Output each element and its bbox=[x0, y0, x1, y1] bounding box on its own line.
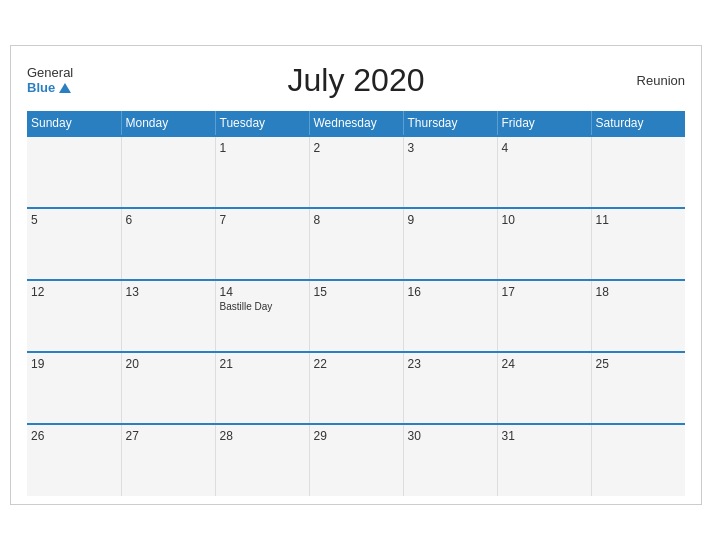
day-number-24: 24 bbox=[502, 357, 587, 371]
logo-general-text: General bbox=[27, 66, 73, 80]
day-cell-w1-d5: 10 bbox=[497, 208, 591, 280]
day-cell-w3-d2: 21 bbox=[215, 352, 309, 424]
day-cell-w2-d5: 17 bbox=[497, 280, 591, 352]
week-row-2: 121314Bastille Day15161718 bbox=[27, 280, 685, 352]
day-number-9: 9 bbox=[408, 213, 493, 227]
day-number-19: 19 bbox=[31, 357, 117, 371]
week-row-1: 567891011 bbox=[27, 208, 685, 280]
day-cell-w1-d6: 11 bbox=[591, 208, 685, 280]
day-number-2: 2 bbox=[314, 141, 399, 155]
day-cell-w4-d4: 30 bbox=[403, 424, 497, 496]
day-cell-w3-d4: 23 bbox=[403, 352, 497, 424]
day-number-27: 27 bbox=[126, 429, 211, 443]
day-cell-w0-d4: 3 bbox=[403, 136, 497, 208]
day-cell-w1-d4: 9 bbox=[403, 208, 497, 280]
day-cell-w0-d1 bbox=[121, 136, 215, 208]
day-number-6: 6 bbox=[126, 213, 211, 227]
day-cell-w3-d0: 19 bbox=[27, 352, 121, 424]
weekday-sunday: Sunday bbox=[27, 111, 121, 136]
day-cell-w4-d3: 29 bbox=[309, 424, 403, 496]
day-cell-w3-d3: 22 bbox=[309, 352, 403, 424]
day-number-5: 5 bbox=[31, 213, 117, 227]
day-number-28: 28 bbox=[220, 429, 305, 443]
day-cell-w1-d3: 8 bbox=[309, 208, 403, 280]
day-cell-w0-d2: 1 bbox=[215, 136, 309, 208]
day-number-7: 7 bbox=[220, 213, 305, 227]
day-number-26: 26 bbox=[31, 429, 117, 443]
day-number-13: 13 bbox=[126, 285, 211, 299]
day-number-12: 12 bbox=[31, 285, 117, 299]
day-number-1: 1 bbox=[220, 141, 305, 155]
day-cell-w3-d6: 25 bbox=[591, 352, 685, 424]
day-cell-w1-d1: 6 bbox=[121, 208, 215, 280]
day-cell-w2-d6: 18 bbox=[591, 280, 685, 352]
day-number-15: 15 bbox=[314, 285, 399, 299]
day-number-17: 17 bbox=[502, 285, 587, 299]
day-number-30: 30 bbox=[408, 429, 493, 443]
weekday-saturday: Saturday bbox=[591, 111, 685, 136]
calendar-table: Sunday Monday Tuesday Wednesday Thursday… bbox=[27, 111, 685, 496]
day-cell-w1-d0: 5 bbox=[27, 208, 121, 280]
day-number-18: 18 bbox=[596, 285, 682, 299]
weekday-wednesday: Wednesday bbox=[309, 111, 403, 136]
weekday-header-row: Sunday Monday Tuesday Wednesday Thursday… bbox=[27, 111, 685, 136]
region-label: Reunion bbox=[637, 73, 685, 88]
day-cell-w0-d6 bbox=[591, 136, 685, 208]
calendar: General Blue July 2020 Reunion Sunday Mo… bbox=[10, 45, 702, 505]
logo-triangle-icon bbox=[59, 83, 71, 93]
day-number-3: 3 bbox=[408, 141, 493, 155]
day-number-11: 11 bbox=[596, 213, 682, 227]
day-cell-w3-d1: 20 bbox=[121, 352, 215, 424]
day-number-8: 8 bbox=[314, 213, 399, 227]
week-row-3: 19202122232425 bbox=[27, 352, 685, 424]
logo-blue-text: Blue bbox=[27, 81, 71, 95]
day-cell-w2-d1: 13 bbox=[121, 280, 215, 352]
day-number-22: 22 bbox=[314, 357, 399, 371]
day-number-16: 16 bbox=[408, 285, 493, 299]
day-cell-w4-d5: 31 bbox=[497, 424, 591, 496]
weekday-monday: Monday bbox=[121, 111, 215, 136]
weekday-friday: Friday bbox=[497, 111, 591, 136]
calendar-header: General Blue July 2020 Reunion bbox=[27, 62, 685, 99]
day-number-29: 29 bbox=[314, 429, 399, 443]
event-label-14: Bastille Day bbox=[220, 301, 305, 312]
calendar-title: July 2020 bbox=[288, 62, 425, 99]
day-cell-w1-d2: 7 bbox=[215, 208, 309, 280]
day-number-21: 21 bbox=[220, 357, 305, 371]
day-number-14: 14 bbox=[220, 285, 305, 299]
day-cell-w2-d3: 15 bbox=[309, 280, 403, 352]
day-cell-w4-d0: 26 bbox=[27, 424, 121, 496]
day-cell-w0-d5: 4 bbox=[497, 136, 591, 208]
day-cell-w2-d2: 14Bastille Day bbox=[215, 280, 309, 352]
day-cell-w3-d5: 24 bbox=[497, 352, 591, 424]
day-number-31: 31 bbox=[502, 429, 587, 443]
day-cell-w4-d6 bbox=[591, 424, 685, 496]
day-number-10: 10 bbox=[502, 213, 587, 227]
day-cell-w0-d3: 2 bbox=[309, 136, 403, 208]
day-number-25: 25 bbox=[596, 357, 682, 371]
day-cell-w4-d1: 27 bbox=[121, 424, 215, 496]
day-number-23: 23 bbox=[408, 357, 493, 371]
day-cell-w4-d2: 28 bbox=[215, 424, 309, 496]
day-cell-w2-d4: 16 bbox=[403, 280, 497, 352]
day-cell-w2-d0: 12 bbox=[27, 280, 121, 352]
week-row-0: 1234 bbox=[27, 136, 685, 208]
week-row-4: 262728293031 bbox=[27, 424, 685, 496]
weekday-thursday: Thursday bbox=[403, 111, 497, 136]
day-cell-w0-d0 bbox=[27, 136, 121, 208]
day-number-20: 20 bbox=[126, 357, 211, 371]
day-number-4: 4 bbox=[502, 141, 587, 155]
logo: General Blue bbox=[27, 66, 73, 95]
weekday-tuesday: Tuesday bbox=[215, 111, 309, 136]
